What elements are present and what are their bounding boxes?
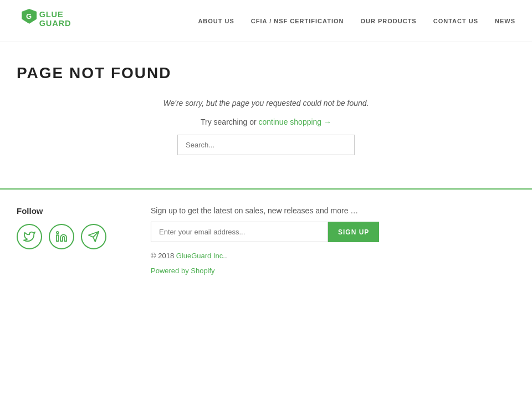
- follow-label: Follow: [17, 206, 106, 216]
- svg-rect-4: [57, 235, 59, 241]
- copyright: © 2018 GlueGuard Inc..: [151, 252, 515, 260]
- nav-cfia-nsf[interactable]: CFIA / NSF Certification: [251, 18, 344, 24]
- site-header: G GLUE GUARD About Us CFIA / NSF Certifi…: [0, 0, 532, 42]
- copyright-suffix: .: [225, 252, 227, 260]
- twitter-icon[interactable]: [17, 224, 42, 249]
- logo-svg: G GLUE GUARD: [17, 6, 89, 36]
- nav-about-us[interactable]: About Us: [198, 18, 234, 24]
- error-message: We're sorry, but the page you requested …: [17, 99, 515, 108]
- svg-text:G: G: [26, 12, 32, 21]
- newsletter-form: SIGN UP: [151, 222, 515, 242]
- telegram-icon[interactable]: [81, 224, 106, 249]
- svg-text:GLUE: GLUE: [39, 10, 64, 19]
- logo-area[interactable]: G GLUE GUARD: [17, 6, 89, 36]
- main-content: Page Not Found We're sorry, but the page…: [0, 42, 532, 188]
- try-searching-prefix: Try searching or: [201, 117, 259, 126]
- try-searching-text: Try searching or continue shopping →: [17, 117, 515, 126]
- linkedin-icon[interactable]: [49, 224, 74, 249]
- social-icons: [17, 224, 106, 249]
- nav-news[interactable]: News: [495, 18, 515, 24]
- signup-button[interactable]: SIGN UP: [328, 222, 379, 242]
- newsletter-text: Sign up to get the latest on sales, new …: [151, 206, 515, 215]
- page-title: Page Not Found: [17, 64, 515, 82]
- main-nav: About Us CFIA / NSF Certification Our Pr…: [198, 18, 515, 24]
- follow-section: Follow: [17, 206, 106, 249]
- svg-text:GUARD: GUARD: [39, 19, 71, 28]
- newsletter-section: Sign up to get the latest on sales, new …: [151, 206, 515, 275]
- email-input[interactable]: [151, 222, 328, 242]
- powered-by-link[interactable]: Powered by Shopify: [151, 267, 515, 275]
- svg-point-5: [57, 232, 59, 234]
- copyright-text: © 2018: [151, 252, 176, 260]
- search-form: [17, 135, 515, 155]
- nav-our-products[interactable]: Our Products: [360, 18, 416, 24]
- search-input[interactable]: [177, 135, 355, 155]
- copyright-link[interactable]: GlueGuard Inc.: [176, 252, 225, 260]
- site-footer: Follow S: [0, 188, 532, 286]
- not-found-content: We're sorry, but the page you requested …: [17, 99, 515, 155]
- nav-contact-us[interactable]: Contact Us: [433, 18, 478, 24]
- continue-shopping-link[interactable]: continue shopping →: [258, 117, 331, 126]
